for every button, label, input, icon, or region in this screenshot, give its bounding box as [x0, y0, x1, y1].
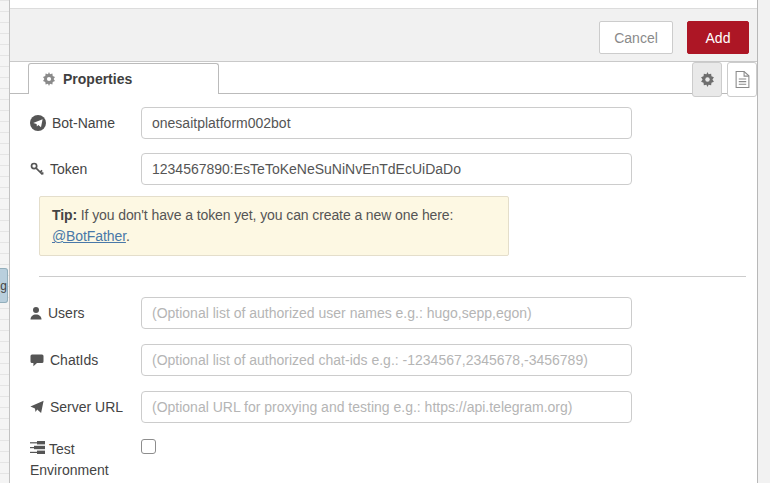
document-icon: [735, 71, 750, 88]
section-divider: [39, 276, 746, 277]
key-icon: [30, 162, 44, 176]
test-environment-checkbox[interactable]: [141, 439, 156, 454]
test-environment-row: Test Environment: [10, 437, 757, 469]
edit-tray: Cancel Add Properties: [9, 0, 758, 483]
botfather-link[interactable]: @BotFather: [52, 228, 126, 244]
gear-icon: [42, 72, 56, 86]
users-row: Users: [10, 297, 757, 329]
token-tip: Tip: If you don't have a token yet, you …: [39, 196, 509, 256]
tasks-icon: [30, 441, 49, 454]
tray-header: Cancel Add: [10, 8, 757, 62]
partial-node-label: g: [0, 279, 7, 293]
gear-icon: [700, 72, 715, 87]
add-button[interactable]: Add: [687, 21, 749, 54]
telegram-icon: [30, 115, 46, 131]
comment-icon: [30, 354, 44, 367]
server-url-label: Server URL: [30, 391, 123, 423]
bot-name-label: Bot-Name: [30, 107, 115, 139]
test-environment-label: Test Environment: [30, 439, 130, 481]
tab-properties-label: Properties: [63, 71, 132, 87]
user-icon: [30, 307, 42, 320]
token-input[interactable]: [141, 153, 632, 185]
users-input[interactable]: [141, 297, 632, 329]
chatids-input[interactable]: [141, 344, 632, 376]
partial-node[interactable]: g: [0, 268, 8, 303]
bot-name-input[interactable]: [141, 107, 632, 139]
workspace-right-edge: [758, 0, 770, 483]
description-toggle-button[interactable]: [727, 62, 757, 97]
tip-prefix: Tip:: [52, 207, 77, 223]
token-label: Token: [30, 153, 87, 185]
tip-suffix: .: [126, 228, 130, 244]
bot-name-row: Bot-Name: [10, 107, 757, 139]
server-url-row: Server URL: [10, 391, 757, 423]
tab-properties[interactable]: Properties: [28, 63, 219, 94]
server-url-input[interactable]: [141, 391, 632, 423]
workspace-left-edge: g: [0, 0, 9, 483]
properties-form: Bot-Name Token Tip: If you don't have a …: [10, 94, 757, 483]
token-row: Token: [10, 153, 757, 185]
cancel-button[interactable]: Cancel: [599, 21, 673, 54]
tip-text: If you don't have a token yet, you can c…: [77, 207, 453, 223]
chatids-row: ChatIds: [10, 344, 757, 376]
users-label: Users: [30, 297, 85, 329]
paper-plane-icon: [30, 400, 44, 414]
chatids-label: ChatIds: [30, 344, 98, 376]
properties-toggle-button[interactable]: [692, 62, 722, 97]
node-edit-dialog: g Cancel Add Properties: [0, 0, 770, 483]
tab-bar: Properties: [10, 62, 757, 94]
